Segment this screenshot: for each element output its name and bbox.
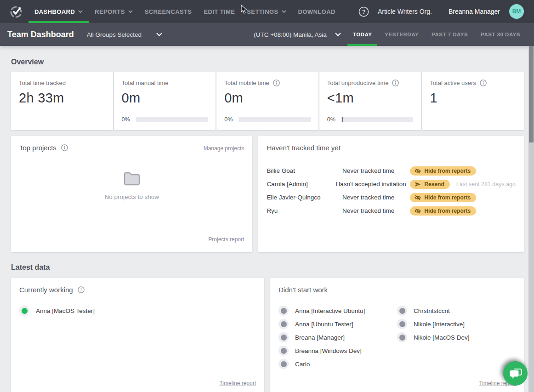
info-icon[interactable] — [392, 80, 399, 86]
eye-off-icon — [415, 208, 421, 214]
hide-from-reports-button[interactable]: Hide from reports — [410, 206, 476, 216]
help-icon[interactable]: ? — [358, 6, 369, 17]
offline-status-icon — [397, 319, 407, 329]
offline-status-icon — [278, 359, 289, 369]
top-projects-card: Top projects Manage projects No projects… — [11, 136, 252, 252]
latest-data-row: Currently working Anna [MacOS Tester] Ti… — [11, 278, 524, 392]
resend-invitation-button[interactable]: Resend — [410, 180, 449, 189]
avatar[interactable]: BM — [509, 4, 524, 19]
stat-card-unproductive-time: Total unproductive time <1m 0% — [319, 72, 421, 130]
info-icon[interactable] — [78, 286, 85, 293]
not-tracked-row: Billie Goat Never tracked time Hide from… — [267, 164, 516, 177]
scrollbar-track[interactable] — [528, 46, 534, 392]
hide-from-reports-button[interactable]: Hide from reports — [410, 166, 476, 176]
stat-card-time-tracked: Total time tracked 2h 33m — [11, 72, 113, 130]
stat-value: 0m — [122, 91, 208, 106]
user-row: Nikole [Interactive] — [397, 319, 516, 329]
user-name: Carlo — [295, 361, 310, 368]
stat-progress: 0% — [122, 116, 208, 123]
overview-stats-row: Total time tracked 2h 33m Total manual t… — [11, 72, 524, 130]
empty-projects-text: No projects to show — [104, 193, 159, 200]
chevron-down-icon — [78, 10, 83, 13]
chevron-down-icon — [156, 33, 162, 36]
tab-past-30-days[interactable]: PAST 30 DAYS — [474, 23, 527, 46]
user-status: Never tracked time — [335, 207, 394, 214]
timeline-report-link[interactable]: Timeline report — [219, 380, 256, 386]
chevron-down-icon — [128, 10, 133, 13]
chevron-down-icon — [282, 10, 286, 13]
main-nav: DASHBOARD REPORTS SCREENCASTS EDIT TIME … — [28, 0, 341, 23]
nav-label: DOWNLOAD — [298, 8, 335, 15]
stat-card-active-users: Total active users 1 — [422, 72, 524, 130]
scrollbar-thumb[interactable] — [529, 46, 534, 142]
stat-value: <1m — [327, 91, 414, 106]
stat-value: 2h 33m — [19, 91, 105, 106]
stat-percent: 0% — [224, 116, 233, 123]
info-icon[interactable] — [61, 144, 68, 151]
nav-label: SCREENCASTS — [145, 8, 192, 15]
latest-data-heading: Latest data — [11, 263, 524, 272]
timezone-select[interactable]: (UTC +08:00) Manila, Asia — [254, 23, 341, 46]
user-row: Carlo — [278, 359, 397, 369]
user-row: Nikole [MacOS Dev] — [397, 332, 516, 342]
chat-widget-button[interactable] — [503, 361, 528, 386]
progress-bar — [136, 117, 208, 122]
timezone-value: (UTC +08:00) Manila, Asia — [254, 31, 327, 38]
folder-icon — [123, 172, 141, 186]
app-logo-icon[interactable] — [9, 5, 23, 18]
offline-status-icon — [397, 332, 407, 342]
stat-percent: 0% — [122, 116, 130, 123]
currently-working-card: Currently working Anna [MacOS Tester] Ti… — [11, 278, 264, 392]
online-status-icon — [19, 306, 29, 316]
pill-label: Hide from reports — [424, 208, 471, 214]
nav-item-download[interactable]: DOWNLOAD — [292, 0, 341, 23]
user-status: Never tracked time — [335, 194, 394, 201]
nav-item-reports[interactable]: REPORTS — [89, 0, 139, 23]
not-started-user-list: Anna [Interactive Ubuntu] Anna [Ubuntu T… — [278, 306, 516, 372]
projects-empty-state: No projects to show — [11, 172, 252, 200]
user-name: Anna [MacOS Tester] — [36, 307, 95, 314]
stat-value: 1 — [430, 91, 516, 106]
group-filter-select[interactable]: All Groups Selected — [87, 31, 162, 38]
hide-from-reports-button[interactable]: Hide from reports — [410, 193, 476, 202]
not-tracked-row: Elle Javier-Quingco Never tracked time H… — [267, 191, 516, 204]
main-content: Overview Total time tracked 2h 33m Total… — [0, 58, 534, 392]
eye-off-icon — [415, 195, 421, 200]
nav-item-edit-time[interactable]: EDIT TIME — [198, 0, 241, 23]
info-icon[interactable] — [480, 80, 487, 86]
user-status: Never tracked time — [335, 167, 394, 174]
user-row: Breana [Manager] — [278, 332, 397, 342]
nav-item-settings[interactable]: SETTINGS — [241, 0, 292, 23]
top-navbar: DASHBOARD REPORTS SCREENCASTS EDIT TIME … — [0, 0, 534, 23]
stat-card-manual-time: Total manual time 0m 0% — [114, 72, 216, 130]
user-name: Breanna [Windows Dev] — [295, 347, 362, 354]
offline-status-icon — [278, 306, 289, 316]
tab-past-7-days[interactable]: PAST 7 DAYS — [425, 23, 474, 46]
projects-report-link[interactable]: Projects report — [208, 236, 244, 243]
offline-status-icon — [278, 319, 289, 329]
stat-value: 0m — [224, 91, 311, 106]
last-sent-note: Last sent 281 days ago — [456, 181, 516, 187]
tab-today[interactable]: TODAY — [347, 23, 379, 46]
currently-working-title: Currently working — [19, 286, 73, 294]
info-icon[interactable] — [273, 80, 280, 86]
progress-bar — [239, 117, 311, 122]
user-name: Chrstntstccnt — [414, 307, 450, 314]
date-range-tabs: TODAY YESTERDAY PAST 7 DAYS PAST 30 DAYS — [347, 23, 527, 46]
top-projects-title: Top projects — [19, 144, 57, 152]
user-menu[interactable]: Breanna Manager — [449, 8, 500, 15]
nav-item-screencasts[interactable]: SCREENCASTS — [139, 0, 198, 23]
tab-yesterday[interactable]: YESTERDAY — [378, 23, 425, 46]
spacer — [162, 23, 254, 46]
pill-label: Hide from reports — [424, 168, 471, 174]
offline-status-icon — [397, 306, 407, 316]
user-name: Ryu — [267, 207, 335, 214]
chat-bubble-icon — [509, 367, 523, 380]
svg-text:?: ? — [362, 9, 366, 15]
org-name[interactable]: Article Writers Org. — [378, 8, 432, 15]
nav-item-dashboard[interactable]: DASHBOARD — [28, 0, 89, 23]
pill-label: Resend — [424, 181, 444, 187]
user-name: Nikole [MacOS Dev] — [414, 334, 470, 341]
manage-projects-link[interactable]: Manage projects — [204, 145, 244, 152]
stat-label: Total time tracked — [19, 80, 66, 86]
